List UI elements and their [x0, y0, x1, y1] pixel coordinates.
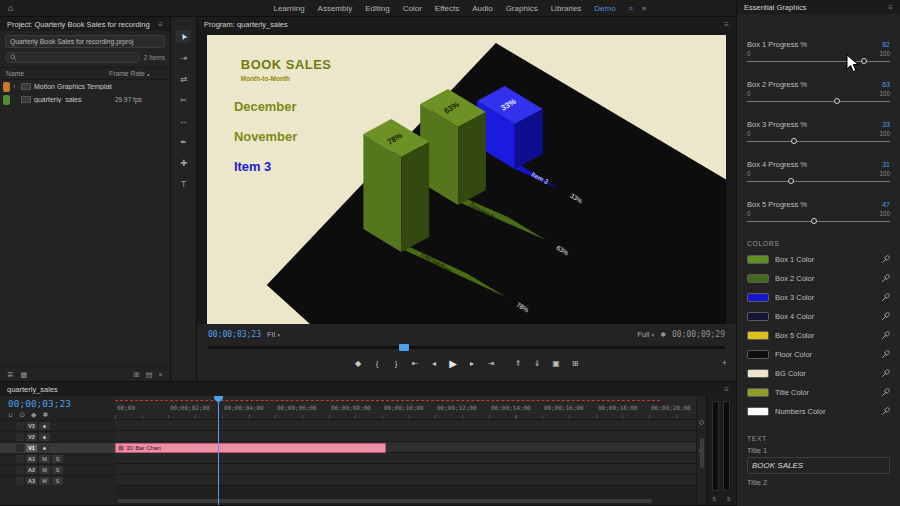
- workspace-menu-icon[interactable]: ≡: [629, 5, 633, 12]
- eyedropper-icon[interactable]: [881, 331, 890, 340]
- eyedropper-icon[interactable]: [881, 274, 890, 283]
- workspace-tab-color[interactable]: Color: [403, 4, 422, 13]
- project-item-mogrt[interactable]: › Motion Graphics Template: [0, 80, 170, 93]
- export-frame-button[interactable]: ▣: [551, 359, 561, 368]
- add-marker-button[interactable]: ◆: [353, 359, 363, 368]
- step-back-button[interactable]: ◂: [429, 359, 439, 368]
- track-visibility-toggle[interactable]: [39, 444, 50, 452]
- zoom-level-dropdown[interactable]: Fit▾: [267, 330, 280, 339]
- slider-handle[interactable]: [834, 98, 840, 104]
- solo-toggle[interactable]: S: [52, 466, 63, 474]
- track-a2[interactable]: [115, 464, 696, 475]
- project-panel-tab[interactable]: Project: Quarterly Book Sales for record…: [7, 20, 150, 29]
- track-a3[interactable]: [115, 475, 696, 486]
- program-monitor-frame[interactable]: BOOK SALES Month-to-Month December Novem…: [207, 35, 726, 324]
- column-frame-rate[interactable]: Frame Rate▴: [109, 70, 164, 77]
- mute-toggle[interactable]: M: [39, 455, 50, 463]
- panel-menu-icon[interactable]: ≡: [888, 3, 893, 12]
- label-color-chip[interactable]: [3, 82, 10, 92]
- comparison-view-button[interactable]: ⊞: [570, 359, 580, 368]
- track-label-a3[interactable]: A3: [26, 477, 37, 485]
- color-swatch[interactable]: [747, 350, 769, 359]
- scroll-handle-icon[interactable]: [699, 420, 704, 425]
- track-visibility-toggle[interactable]: [39, 433, 50, 441]
- mute-toggle[interactable]: M: [39, 466, 50, 474]
- disclosure-icon[interactable]: ›: [13, 83, 18, 90]
- panel-menu-icon[interactable]: ≡: [724, 20, 729, 29]
- solo-toggle[interactable]: S: [52, 477, 63, 485]
- razor-tool[interactable]: ✂: [176, 93, 191, 106]
- time-ruler[interactable]: 00;00 00;00;02;00 00;00;04;00 00;00;06;0…: [115, 396, 696, 420]
- panel-menu-icon[interactable]: ≡: [158, 20, 163, 29]
- go-to-in-button[interactable]: ⇤: [410, 359, 420, 368]
- slip-tool[interactable]: ↔: [176, 114, 191, 127]
- workspace-tab-assembly[interactable]: Assembly: [318, 4, 353, 13]
- slider-value[interactable]: 63: [882, 81, 890, 88]
- playhead-line[interactable]: [218, 396, 219, 505]
- slider-track[interactable]: [747, 57, 890, 65]
- slider-track[interactable]: [747, 97, 890, 105]
- program-panel-tab[interactable]: Program: quarterly_sales: [204, 20, 288, 29]
- eyedropper-icon[interactable]: [881, 407, 890, 416]
- solo-toggle[interactable]: S: [52, 455, 63, 463]
- slider-value[interactable]: 82: [882, 41, 890, 48]
- track-v3[interactable]: [115, 420, 696, 431]
- color-swatch[interactable]: [747, 293, 769, 302]
- scrubber-playhead[interactable]: [399, 344, 409, 351]
- workspace-overflow-icon[interactable]: »: [642, 4, 646, 13]
- playback-resolution-dropdown[interactable]: Full▾: [637, 330, 654, 339]
- workspace-tab-demo[interactable]: Demo: [594, 4, 615, 13]
- eyedropper-icon[interactable]: [881, 312, 890, 321]
- slider-handle[interactable]: [788, 178, 794, 184]
- slider-value[interactable]: 33: [882, 121, 890, 128]
- search-input[interactable]: [5, 52, 140, 63]
- slider-handle[interactable]: [861, 58, 867, 64]
- list-view-icon[interactable]: ≣: [7, 370, 13, 379]
- eyedropper-icon[interactable]: [881, 369, 890, 378]
- track-label-v1[interactable]: V1: [26, 444, 37, 452]
- track-a1[interactable]: [115, 453, 696, 464]
- slider-track[interactable]: [747, 177, 890, 185]
- eyedropper-icon[interactable]: [881, 350, 890, 359]
- workspace-tab-learning[interactable]: Learning: [273, 4, 304, 13]
- button-editor-button[interactable]: +: [722, 358, 727, 368]
- mute-toggle[interactable]: M: [39, 477, 50, 485]
- program-scrubber[interactable]: [208, 343, 725, 352]
- new-bin-icon[interactable]: ⊞: [133, 370, 139, 379]
- lift-button[interactable]: ⇑: [513, 359, 523, 368]
- ripple-edit-tool[interactable]: ⇄: [176, 72, 191, 85]
- hand-tool[interactable]: ✚: [176, 156, 191, 169]
- timeline-tracks-area[interactable]: 00;00 00;00;02;00 00;00;04;00 00;00;06;0…: [115, 396, 696, 505]
- color-swatch[interactable]: [747, 369, 769, 378]
- source-patch-toggle[interactable]: [16, 477, 24, 485]
- color-swatch[interactable]: [747, 312, 769, 321]
- item-name[interactable]: quarterly_sales: [34, 96, 112, 103]
- track-visibility-toggle[interactable]: [39, 422, 50, 430]
- snap-icon[interactable]: ∪: [8, 411, 13, 419]
- panel-menu-icon[interactable]: ≡: [724, 385, 729, 394]
- extract-button[interactable]: ⇓: [532, 359, 542, 368]
- label-color-chip[interactable]: [3, 95, 10, 105]
- workspace-tab-effects[interactable]: Effects: [435, 4, 459, 13]
- source-patch-toggle[interactable]: [16, 466, 24, 474]
- timeline-tab[interactable]: quarterly_sales: [7, 385, 58, 394]
- track-v2[interactable]: [115, 431, 696, 442]
- eyedropper-icon[interactable]: [881, 255, 890, 264]
- slider-value[interactable]: 47: [882, 201, 890, 208]
- workspace-tab-editing[interactable]: Editing: [365, 4, 389, 13]
- title1-input[interactable]: [747, 457, 890, 474]
- linked-selection-icon[interactable]: ⊙: [19, 411, 25, 419]
- source-patch-toggle[interactable]: [16, 433, 24, 441]
- selection-tool[interactable]: ➤: [176, 30, 191, 43]
- source-patch-toggle[interactable]: [16, 422, 24, 430]
- icon-view-icon[interactable]: ▦: [20, 370, 27, 379]
- slider-track[interactable]: [747, 137, 890, 145]
- timeline-timecode[interactable]: 00;00;03;23: [0, 396, 115, 409]
- eyedropper-icon[interactable]: [881, 388, 890, 397]
- slider-handle[interactable]: [811, 218, 817, 224]
- item-name[interactable]: Motion Graphics Template: [34, 83, 112, 90]
- type-tool[interactable]: T: [176, 177, 191, 190]
- source-patch-toggle[interactable]: [16, 444, 24, 452]
- track-select-tool[interactable]: ⇥: [176, 51, 191, 64]
- eyedropper-icon[interactable]: [881, 293, 890, 302]
